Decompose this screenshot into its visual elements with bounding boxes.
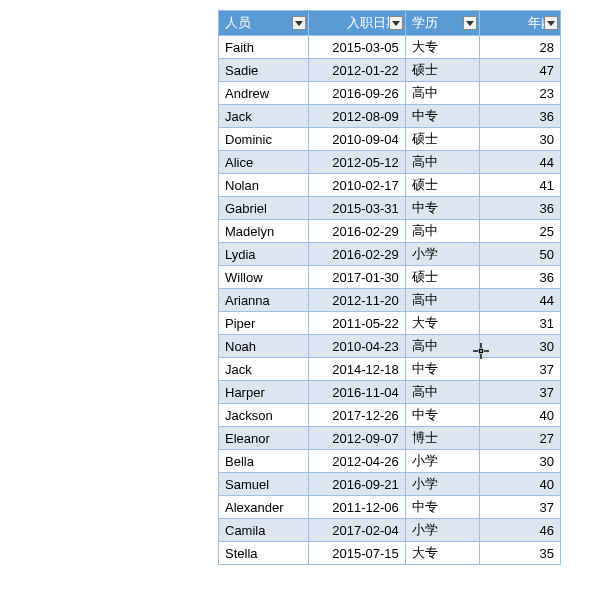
cell-edu[interactable]: 小学 — [405, 473, 480, 496]
cell-date[interactable]: 2015-03-31 — [309, 197, 406, 220]
cell-age[interactable]: 27 — [480, 427, 561, 450]
table-row[interactable]: Alexander2011-12-06中专37 — [219, 496, 561, 519]
table-row[interactable]: Willow2017-01-30硕士36 — [219, 266, 561, 289]
cell-age[interactable]: 44 — [480, 289, 561, 312]
table-row[interactable]: Jack2012-08-09中专36 — [219, 105, 561, 128]
cell-date[interactable]: 2017-02-04 — [309, 519, 406, 542]
table-row[interactable]: Andrew2016-09-26高中23 — [219, 82, 561, 105]
cell-date[interactable]: 2016-11-04 — [309, 381, 406, 404]
table-row[interactable]: Sadie2012-01-22硕士47 — [219, 59, 561, 82]
cell-date[interactable]: 2015-07-15 — [309, 542, 406, 565]
cell-name[interactable]: Lydia — [219, 243, 309, 266]
cell-date[interactable]: 2010-02-17 — [309, 174, 406, 197]
cell-edu[interactable]: 中专 — [405, 404, 480, 427]
table-row[interactable]: Nolan2010-02-17硕士41 — [219, 174, 561, 197]
cell-date[interactable]: 2012-05-12 — [309, 151, 406, 174]
cell-name[interactable]: Andrew — [219, 82, 309, 105]
cell-name[interactable]: Willow — [219, 266, 309, 289]
cell-age[interactable]: 36 — [480, 105, 561, 128]
table-row[interactable]: Eleanor2012-09-07博士27 — [219, 427, 561, 450]
cell-name[interactable]: Bella — [219, 450, 309, 473]
cell-age[interactable]: 40 — [480, 404, 561, 427]
cell-name[interactable]: Camila — [219, 519, 309, 542]
cell-edu[interactable]: 中专 — [405, 105, 480, 128]
cell-name[interactable]: Harper — [219, 381, 309, 404]
cell-name[interactable]: Stella — [219, 542, 309, 565]
cell-name[interactable]: Alexander — [219, 496, 309, 519]
cell-edu[interactable]: 大专 — [405, 542, 480, 565]
cell-date[interactable]: 2012-11-20 — [309, 289, 406, 312]
cell-edu[interactable]: 中专 — [405, 496, 480, 519]
cell-name[interactable]: Madelyn — [219, 220, 309, 243]
cell-age[interactable]: 37 — [480, 496, 561, 519]
cell-edu[interactable]: 高中 — [405, 289, 480, 312]
cell-date[interactable]: 2016-02-29 — [309, 220, 406, 243]
cell-name[interactable]: Faith — [219, 36, 309, 59]
cell-edu[interactable]: 小学 — [405, 450, 480, 473]
header-date[interactable]: 入职日期 — [309, 11, 406, 36]
cell-name[interactable]: Noah — [219, 335, 309, 358]
table-row[interactable]: Noah2010-04-23高中30 — [219, 335, 561, 358]
cell-date[interactable]: 2016-02-29 — [309, 243, 406, 266]
table-row[interactable]: Jackson2017-12-26中专40 — [219, 404, 561, 427]
cell-edu[interactable]: 大专 — [405, 36, 480, 59]
cell-date[interactable]: 2010-04-23 — [309, 335, 406, 358]
cell-date[interactable]: 2012-01-22 — [309, 59, 406, 82]
cell-edu[interactable]: 硕士 — [405, 174, 480, 197]
cell-age[interactable]: 40 — [480, 473, 561, 496]
cell-date[interactable]: 2012-04-26 — [309, 450, 406, 473]
cell-age[interactable]: 37 — [480, 358, 561, 381]
cell-edu[interactable]: 小学 — [405, 519, 480, 542]
table-row[interactable]: Samuel2016-09-21小学40 — [219, 473, 561, 496]
cell-age[interactable]: 25 — [480, 220, 561, 243]
cell-age[interactable]: 44 — [480, 151, 561, 174]
cell-edu[interactable]: 高中 — [405, 220, 480, 243]
table-row[interactable]: Alice2012-05-12高中44 — [219, 151, 561, 174]
cell-date[interactable]: 2016-09-26 — [309, 82, 406, 105]
table-row[interactable]: Piper2011-05-22大专31 — [219, 312, 561, 335]
cell-name[interactable]: Samuel — [219, 473, 309, 496]
cell-name[interactable]: Eleanor — [219, 427, 309, 450]
cell-age[interactable]: 35 — [480, 542, 561, 565]
cell-edu[interactable]: 高中 — [405, 335, 480, 358]
cell-name[interactable]: Jack — [219, 105, 309, 128]
cell-name[interactable]: Dominic — [219, 128, 309, 151]
cell-edu[interactable]: 高中 — [405, 82, 480, 105]
cell-date[interactable]: 2010-09-04 — [309, 128, 406, 151]
cell-name[interactable]: Alice — [219, 151, 309, 174]
filter-dropdown-icon[interactable] — [389, 16, 403, 30]
cell-age[interactable]: 23 — [480, 82, 561, 105]
table-row[interactable]: Lydia2016-02-29小学50 — [219, 243, 561, 266]
cell-date[interactable]: 2011-05-22 — [309, 312, 406, 335]
table-row[interactable]: Harper2016-11-04高中37 — [219, 381, 561, 404]
cell-age[interactable]: 36 — [480, 266, 561, 289]
table-row[interactable]: Bella2012-04-26小学30 — [219, 450, 561, 473]
table-row[interactable]: Faith2015-03-05大专28 — [219, 36, 561, 59]
cell-age[interactable]: 41 — [480, 174, 561, 197]
table-row[interactable]: Gabriel2015-03-31中专36 — [219, 197, 561, 220]
cell-name[interactable]: Gabriel — [219, 197, 309, 220]
cell-age[interactable]: 30 — [480, 450, 561, 473]
cell-edu[interactable]: 高中 — [405, 381, 480, 404]
cell-edu[interactable]: 大专 — [405, 312, 480, 335]
cell-age[interactable]: 31 — [480, 312, 561, 335]
header-edu[interactable]: 学历 — [405, 11, 480, 36]
cell-edu[interactable]: 博士 — [405, 427, 480, 450]
header-age[interactable]: 年龄 — [480, 11, 561, 36]
cell-age[interactable]: 37 — [480, 381, 561, 404]
table-row[interactable]: Jack2014-12-18中专37 — [219, 358, 561, 381]
cell-age[interactable]: 30 — [480, 128, 561, 151]
table-row[interactable]: Stella2015-07-15大专35 — [219, 542, 561, 565]
cell-edu[interactable]: 硕士 — [405, 266, 480, 289]
cell-edu[interactable]: 中专 — [405, 358, 480, 381]
cell-date[interactable]: 2015-03-05 — [309, 36, 406, 59]
cell-edu[interactable]: 硕士 — [405, 128, 480, 151]
cell-date[interactable]: 2017-12-26 — [309, 404, 406, 427]
table-row[interactable]: Madelyn2016-02-29高中25 — [219, 220, 561, 243]
cell-age[interactable]: 47 — [480, 59, 561, 82]
header-name[interactable]: 人员 — [219, 11, 309, 36]
cell-date[interactable]: 2016-09-21 — [309, 473, 406, 496]
cell-name[interactable]: Arianna — [219, 289, 309, 312]
cell-age[interactable]: 28 — [480, 36, 561, 59]
filter-dropdown-icon[interactable] — [463, 16, 477, 30]
